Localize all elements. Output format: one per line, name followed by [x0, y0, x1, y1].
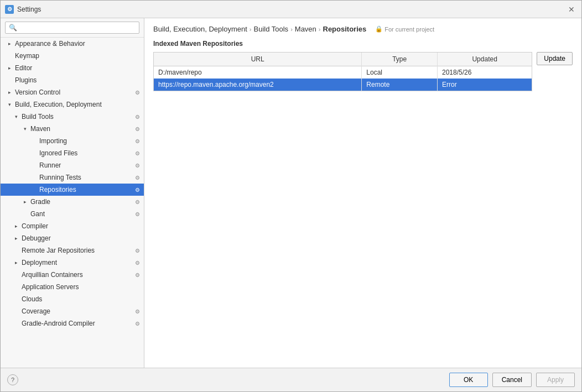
sidebar-label-runner: Runner [38, 161, 133, 170]
sidebar-label-debugger: Debugger [20, 234, 144, 243]
sidebar-item-running-tests[interactable]: Running Tests⚙ [1, 171, 144, 184]
repo-updated-1: Error [437, 79, 532, 91]
sidebar-label-gant: Gant [29, 210, 133, 218]
search-input[interactable] [5, 22, 139, 34]
sidebar-tree: Appearance & BehaviorKeymapEditorPlugins… [1, 38, 144, 368]
sidebar-item-gant[interactable]: Gant⚙ [1, 208, 144, 220]
sidebar-item-appearance[interactable]: Appearance & Behavior [1, 38, 144, 50]
breadcrumb-part-1: Build, Execution, Deployment [153, 25, 247, 33]
window-title: Settings [17, 6, 41, 13]
table-header-row: URL Type Updated [154, 53, 532, 66]
settings-icon-remote-jar: ⚙ [133, 246, 142, 255]
settings-window: ⚙ Settings ✕ Appearance & BehaviorKeymap… [0, 0, 582, 392]
col-header-url: URL [154, 53, 362, 66]
sidebar-label-build-execution: Build, Execution, Deployment [14, 100, 144, 109]
settings-icon-arquillian: ⚙ [133, 270, 142, 279]
expand-arrow-compiler [12, 222, 20, 231]
sidebar-item-runner[interactable]: Runner⚙ [1, 159, 144, 171]
settings-icon-deployment: ⚙ [133, 258, 142, 267]
table-row[interactable]: https://repo.maven.apache.org/maven2Remo… [154, 79, 532, 91]
breadcrumb-note: 🔒 For current project [375, 25, 434, 33]
sidebar-label-running-tests: Running Tests [38, 173, 133, 182]
sidebar-item-build-execution[interactable]: Build, Execution, Deployment [1, 98, 144, 111]
sidebar-item-version-control[interactable]: Version Control⚙ [1, 86, 144, 98]
settings-icon-running-tests: ⚙ [133, 173, 142, 182]
help-button[interactable]: ? [7, 374, 18, 385]
sidebar-label-coverage: Coverage [20, 307, 133, 316]
sidebar-item-plugins[interactable]: Plugins [1, 74, 144, 86]
settings-icon-coverage: ⚙ [133, 307, 142, 316]
breadcrumb-part-2: Build Tools [253, 25, 288, 33]
repo-updated-0: 2018/5/26 [437, 66, 532, 79]
expand-arrow-appearance [5, 39, 14, 48]
repo-type-0: Local [362, 66, 438, 79]
sidebar-label-arquillian: Arquillian Containers [20, 270, 133, 279]
sidebar-label-remote-jar: Remote Jar Repositories [20, 246, 133, 255]
col-header-type: Type [362, 53, 438, 66]
settings-icon-repositories: ⚙ [133, 185, 142, 194]
breadcrumb-part-3: Maven [295, 25, 316, 33]
sidebar-label-clouds: Clouds [20, 295, 144, 304]
sidebar-label-appearance: Appearance & Behavior [14, 39, 144, 48]
sidebar-label-editor: Editor [14, 64, 144, 72]
breadcrumb-arrow-3: › [319, 26, 321, 33]
sidebar-label-repositories: Repositories [38, 185, 133, 194]
sidebar-item-debugger[interactable]: Debugger [1, 232, 144, 244]
settings-icon-gradle: ⚙ [133, 197, 142, 206]
settings-icon-maven: ⚙ [133, 124, 142, 133]
col-header-updated: Updated [437, 53, 532, 66]
section-title: Indexed Maven Repositories [153, 40, 573, 48]
bottom-left: ? [7, 374, 18, 385]
sidebar-item-compiler[interactable]: Compiler [1, 220, 144, 232]
ok-button[interactable]: OK [449, 373, 488, 387]
sidebar-item-gradle-android[interactable]: Gradle-Android Compiler⚙ [1, 317, 144, 330]
sidebar-item-build-tools[interactable]: Build Tools⚙ [1, 111, 144, 123]
sidebar-item-importing[interactable]: Importing⚙ [1, 135, 144, 147]
repo-table-container: URL Type Updated D:/maven/repoLocal2018/… [153, 52, 532, 91]
table-row[interactable]: D:/maven/repoLocal2018/5/26 [154, 66, 532, 79]
bottom-bar: ? OK Cancel Apply [1, 368, 581, 391]
app-icon: ⚙ [5, 5, 14, 14]
sidebar-label-keymap: Keymap [14, 51, 144, 60]
breadcrumb: Build, Execution, Deployment › Build Too… [153, 25, 573, 33]
lock-icon: 🔒 [375, 25, 383, 33]
breadcrumb-arrow-1: › [250, 26, 252, 33]
breadcrumb-current: Repositories [323, 25, 367, 33]
sidebar-item-editor[interactable]: Editor [1, 62, 144, 74]
sidebar-item-remote-jar[interactable]: Remote Jar Repositories⚙ [1, 244, 144, 257]
sidebar-label-gradle: Gradle [29, 197, 133, 206]
repo-url-0: D:/maven/repo [154, 66, 362, 79]
title-bar-left: ⚙ Settings [5, 5, 41, 14]
sidebar-label-plugins: Plugins [14, 76, 144, 85]
sidebar-item-maven[interactable]: Maven⚙ [1, 123, 144, 135]
sidebar-label-gradle-android: Gradle-Android Compiler [20, 319, 133, 328]
settings-icon-gradle-android: ⚙ [133, 319, 142, 328]
sidebar-label-importing: Importing [38, 137, 133, 145]
expand-arrow-deployment [12, 258, 20, 267]
sidebar-item-clouds[interactable]: Clouds [1, 293, 144, 305]
update-btn-container: Update [537, 52, 573, 65]
update-button[interactable]: Update [537, 52, 573, 65]
settings-icon-gant: ⚙ [133, 210, 142, 218]
sidebar-label-deployment: Deployment [20, 258, 133, 267]
sidebar-item-coverage[interactable]: Coverage⚙ [1, 305, 144, 317]
sidebar-item-keymap[interactable]: Keymap [1, 50, 144, 62]
settings-icon-build-tools: ⚙ [133, 112, 142, 121]
sidebar-item-arquillian[interactable]: Arquillian Containers⚙ [1, 269, 144, 281]
expand-arrow-maven [20, 124, 29, 133]
sidebar-label-ignored-files: Ignored Files [38, 149, 133, 158]
sidebar-item-ignored-files[interactable]: Ignored Files⚙ [1, 147, 144, 159]
sidebar-item-gradle[interactable]: Gradle⚙ [1, 196, 144, 208]
cancel-button[interactable]: Cancel [492, 373, 532, 387]
sidebar-item-repositories[interactable]: Repositories⚙ [1, 184, 144, 196]
sidebar-item-app-servers[interactable]: Application Servers [1, 281, 144, 293]
sidebar-label-build-tools: Build Tools [20, 112, 133, 121]
apply-button[interactable]: Apply [536, 373, 575, 387]
settings-icon-runner: ⚙ [133, 161, 142, 170]
sidebar-label-compiler: Compiler [20, 222, 144, 231]
sidebar-item-deployment[interactable]: Deployment⚙ [1, 257, 144, 269]
right-panel: Build, Execution, Deployment › Build Too… [144, 18, 581, 368]
expand-arrow-build-tools [12, 112, 20, 121]
close-button[interactable]: ✕ [566, 4, 577, 15]
sidebar-label-maven: Maven [29, 124, 133, 133]
